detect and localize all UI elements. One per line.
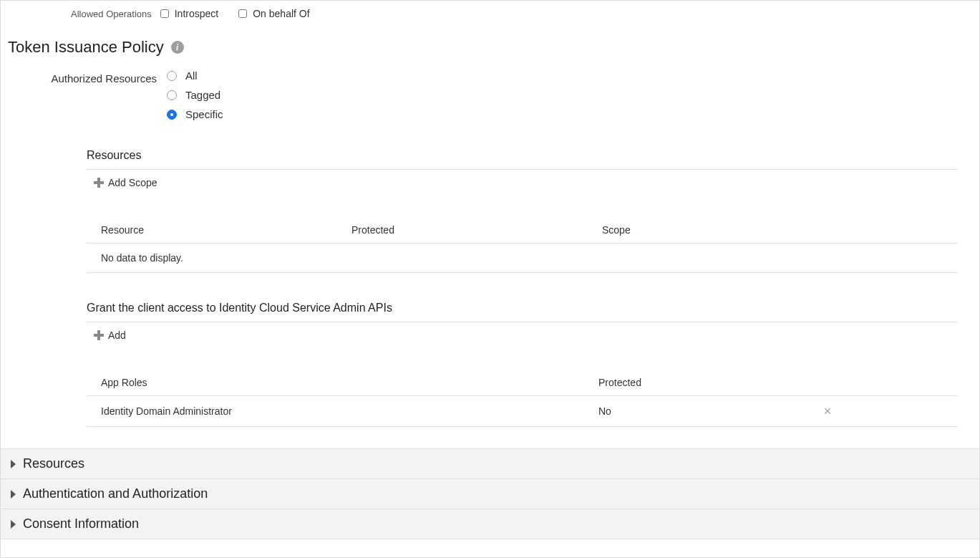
accordion-auth-title: Authentication and Authorization: [23, 486, 208, 501]
accordion-auth[interactable]: Authentication and Authorization: [1, 478, 979, 509]
allowed-operations-label: Allowed Operations: [71, 9, 152, 19]
radio-all-label: All: [185, 69, 198, 82]
resources-empty: No data to display.: [87, 244, 958, 273]
introspect-label: Introspect: [175, 8, 218, 19]
authorized-resources-row: Authorized Resources All Tagged Specific: [1, 69, 979, 140]
authorized-resources-label: Authorized Resources: [42, 69, 157, 128]
onbehalf-checkbox-wrapper[interactable]: On behalf Of: [238, 8, 309, 19]
introspect-checkbox[interactable]: [160, 9, 169, 18]
token-policy-section: Token Issuance Policy i: [1, 34, 979, 69]
col-resource: Resource: [101, 224, 351, 236]
radio-tagged-label: Tagged: [185, 89, 220, 101]
col-protected: Protected: [351, 224, 602, 236]
allowed-operations-row: Allowed Operations Introspect On behalf …: [1, 1, 979, 34]
radio-specific-label: Specific: [185, 108, 223, 120]
caret-right-icon: [11, 460, 16, 468]
info-icon[interactable]: i: [171, 41, 184, 54]
onbehalf-checkbox[interactable]: [238, 9, 247, 18]
radio-all-input[interactable]: [167, 71, 177, 81]
accordion-resources[interactable]: Resources: [1, 448, 979, 478]
plus-icon: [94, 330, 104, 340]
accordion-resources-title: Resources: [23, 456, 84, 471]
approles-table: App Roles Protected Identity Domain Admi…: [87, 370, 958, 427]
add-scope-button[interactable]: Add Scope: [87, 170, 165, 196]
radio-tagged[interactable]: Tagged: [167, 89, 223, 101]
table-row: Identity Domain Administrator No ×: [87, 396, 958, 427]
caret-right-icon: [11, 490, 16, 499]
resources-header: Resources: [87, 149, 958, 170]
add-scope-label: Add Scope: [108, 177, 157, 188]
accordions: Resources Authentication and Authorizati…: [1, 448, 979, 539]
col-approles: App Roles: [101, 377, 598, 388]
token-policy-title: Token Issuance Policy: [8, 38, 164, 57]
introspect-checkbox-wrapper[interactable]: Introspect: [160, 8, 218, 19]
add-label: Add: [108, 329, 126, 341]
radio-all[interactable]: All: [167, 69, 223, 82]
onbehalf-label: On behalf Of: [253, 8, 309, 19]
caret-right-icon: [11, 520, 16, 529]
col-scope: Scope: [602, 224, 817, 236]
resources-subsection: Resources Add Scope Resource Protected S…: [87, 149, 958, 273]
radio-tagged-input[interactable]: [167, 90, 177, 100]
accordion-consent[interactable]: Consent Information: [1, 509, 979, 539]
add-button[interactable]: Add: [87, 322, 133, 348]
col-protected2: Protected: [598, 377, 806, 388]
radio-specific-input[interactable]: [167, 110, 177, 120]
resources-table: Resource Protected Scope No data to disp…: [87, 217, 958, 273]
radio-specific[interactable]: Specific: [167, 108, 223, 120]
delete-row-icon[interactable]: ×: [824, 404, 832, 418]
cell-protected: No: [598, 405, 806, 417]
accordion-consent-title: Consent Information: [23, 516, 139, 531]
cell-role: Identity Domain Administrator: [101, 405, 598, 417]
grant-header: Grant the client access to Identity Clou…: [87, 302, 958, 322]
plus-icon: [94, 178, 104, 188]
grant-subsection: Grant the client access to Identity Clou…: [87, 302, 958, 427]
